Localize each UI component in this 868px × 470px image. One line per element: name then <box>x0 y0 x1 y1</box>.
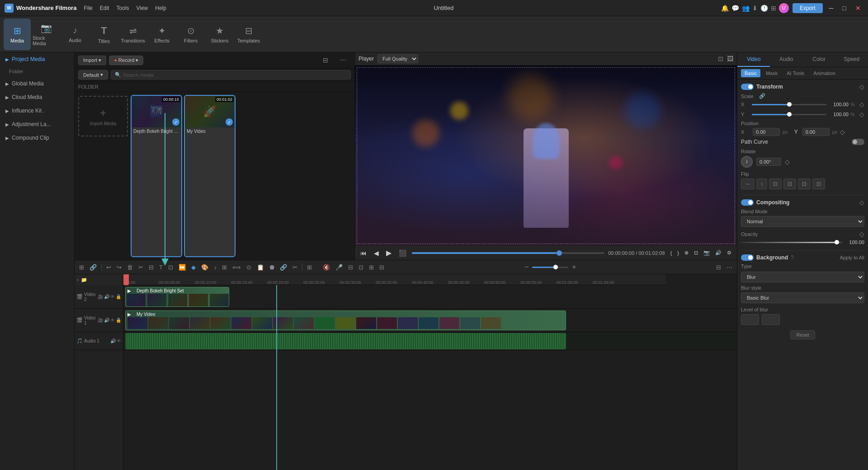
search-field[interactable]: 🔍 Search media <box>111 70 351 80</box>
unlink-button[interactable]: ✂ <box>291 263 299 272</box>
scale-y-slider[interactable] <box>752 114 826 115</box>
tool-templates[interactable]: ⊟ Templates <box>235 19 262 50</box>
zoom-minus-button[interactable]: − <box>523 262 530 272</box>
mark-out-button[interactable]: } <box>675 249 681 257</box>
flip-5-button[interactable]: ⊡ <box>798 179 811 189</box>
record-tl-button[interactable] <box>316 266 319 268</box>
position-keyframe[interactable]: ◇ <box>840 128 845 136</box>
scale-x-slider[interactable] <box>752 104 826 105</box>
tool-media[interactable]: ⊞ Media <box>4 19 31 50</box>
paste-button[interactable]: 📋 <box>255 263 266 272</box>
import-media-placeholder[interactable]: + Import Media <box>78 96 128 136</box>
chat-icon[interactable]: 💬 <box>731 5 739 12</box>
settings-btn[interactable]: ⚙ <box>725 249 733 257</box>
tool-titles[interactable]: T Titles <box>90 19 118 50</box>
video1-eye-icon[interactable]: 👁 <box>110 318 115 323</box>
extract-button[interactable]: ⊕ <box>683 249 690 257</box>
filter-media-button[interactable]: ⊟ <box>318 55 333 65</box>
preview-progress-bar[interactable] <box>412 252 604 254</box>
flip-h-button[interactable]: ↔ <box>741 179 755 189</box>
audio-duck-button[interactable]: ⊟ <box>346 263 355 272</box>
scale-x-thumb[interactable] <box>787 102 792 107</box>
opacity-keyframe[interactable]: ◇ <box>859 230 864 238</box>
flip-4-button[interactable]: ⊡ <box>783 179 796 189</box>
video2-lock-icon[interactable]: 🔒 <box>116 294 121 299</box>
zoom-slider-thumb[interactable] <box>553 265 558 269</box>
notification-icon[interactable]: 🔔 <box>721 5 729 12</box>
scale-x-keyframe[interactable]: ◇ <box>859 101 864 108</box>
background-toggle[interactable] <box>741 254 754 261</box>
sidebar-item-influence-kit[interactable]: ▶ Influence Kit . <box>0 104 74 118</box>
skip-back-button[interactable]: ⏮ <box>359 249 368 258</box>
stop-button[interactable]: ⬛ <box>397 249 408 258</box>
folder-tl-button[interactable]: 📁 <box>81 277 87 283</box>
tab-audio[interactable]: Audio <box>770 52 802 67</box>
sidebar-item-project-media[interactable]: ▶ Project Media <box>0 52 74 66</box>
tool-audio[interactable]: ♪ Audio <box>61 19 89 50</box>
subtab-animation[interactable]: Animation <box>810 69 839 77</box>
blur-preset-1[interactable] <box>741 314 759 325</box>
scale-link-button[interactable]: 🔗 <box>759 93 765 99</box>
opacity-slider[interactable] <box>741 242 842 243</box>
background-info-icon[interactable]: ? <box>791 254 794 261</box>
position-y-input[interactable]: 0.00 <box>802 128 830 136</box>
media-item-depth-bokeh[interactable]: 00:00:15 ✓ 🌃 Depth Bokeh Bright Sat... <box>132 96 181 256</box>
play-button[interactable]: ▶ <box>384 248 393 258</box>
user-avatar[interactable]: U <box>779 3 789 13</box>
path-curve-toggle[interactable] <box>852 139 864 145</box>
flip-v-button[interactable]: ↕ <box>756 179 767 189</box>
flip-3-button[interactable]: ⊡ <box>769 179 782 189</box>
group-button[interactable]: ⊞ <box>305 263 314 272</box>
tool-effects[interactable]: ✦ Effects <box>148 19 175 50</box>
menu-tools[interactable]: Tools <box>116 5 129 11</box>
menu-view[interactable]: View <box>136 5 148 11</box>
sort-button[interactable]: Default ▾ <box>78 70 108 80</box>
media-item-my-video[interactable]: 00:01:02 ✓ 🚀 My Video <box>185 96 235 256</box>
fit-button[interactable]: ⊡ <box>692 249 700 257</box>
record-button[interactable]: ● Record ▾ <box>109 56 143 65</box>
tool-transitions[interactable]: ⇌ Transitions <box>119 19 146 50</box>
sidebar-item-global-media[interactable]: ▶ Global Media <box>0 77 74 90</box>
speed-button[interactable]: ⏩ <box>177 263 188 272</box>
subtab-ai-tools[interactable]: AI Tools <box>783 69 808 77</box>
video2-camera-icon[interactable]: 🎥 <box>98 294 103 299</box>
blur-select[interactable]: Blur Color Image <box>741 272 864 282</box>
mark-in-button[interactable]: { <box>669 249 674 257</box>
people-icon[interactable]: 👥 <box>742 5 750 12</box>
timeline-settings-button[interactable]: ⊟ <box>714 263 723 272</box>
minimize-button[interactable]: ─ <box>826 4 836 13</box>
video1-camera-icon[interactable]: 🎥 <box>98 318 103 323</box>
copy-effect-button[interactable]: ⊡ <box>357 263 365 272</box>
download-icon[interactable]: ⬇ <box>752 5 758 12</box>
preview-snapshot-button[interactable]: 🖼 <box>727 55 733 62</box>
add-track-button[interactable]: ⊞ <box>77 263 86 272</box>
delete-button[interactable]: 🗑 <box>125 263 135 272</box>
rotate-dial[interactable] <box>741 156 753 168</box>
reset-button[interactable]: Reset <box>790 330 815 339</box>
flip-6-button[interactable]: ⊡ <box>812 179 825 189</box>
crop-button[interactable]: ⊡ <box>166 263 175 272</box>
zoom-in-tl-button[interactable]: ⊞ <box>367 263 376 272</box>
timeline-more-button[interactable]: ⋯ <box>725 263 734 272</box>
audio1-speaker-icon[interactable]: 🔊 <box>110 338 116 343</box>
transform-toggle[interactable] <box>741 84 754 90</box>
clip-depth-bokeh[interactable]: ▶ Depth Bokeh Bright Set <box>125 287 229 307</box>
zoom-plus-button[interactable]: + <box>570 262 578 272</box>
scale-y-thumb[interactable] <box>787 112 792 117</box>
apply-all-button[interactable]: Apply to All <box>840 255 864 260</box>
compositing-keyframe-icon[interactable]: ◇ <box>859 199 864 206</box>
zoom-out-tl-button[interactable]: ⊟ <box>377 263 386 272</box>
step-back-button[interactable]: ◀ <box>372 249 381 258</box>
tool-stickers[interactable]: ★ Stickers <box>206 19 233 50</box>
maximize-button[interactable]: □ <box>840 4 849 13</box>
audio-btn[interactable]: 🔊 <box>713 249 723 257</box>
import-button[interactable]: Import ▾ <box>78 56 106 65</box>
tab-color[interactable]: Color <box>803 52 835 67</box>
video2-speaker-icon[interactable]: 🔊 <box>104 294 109 299</box>
link-button[interactable]: 🔗 <box>278 263 289 272</box>
copy-button[interactable]: ⊙ <box>245 263 253 272</box>
position-x-input[interactable]: 0.00 <box>753 128 780 136</box>
video2-eye-icon[interactable]: 👁 <box>110 294 115 299</box>
video1-speaker-icon[interactable]: 🔊 <box>104 318 109 323</box>
match-button[interactable]: ⟺ <box>231 263 243 272</box>
